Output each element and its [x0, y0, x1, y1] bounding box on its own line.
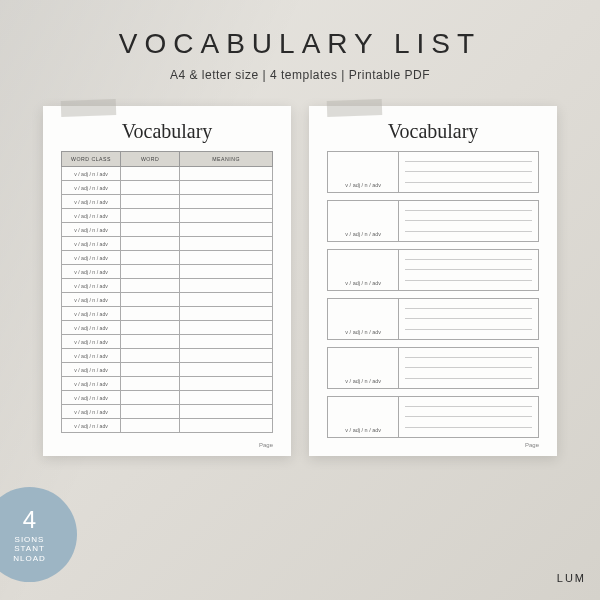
cell-word [121, 349, 180, 363]
cell-meaning [180, 293, 273, 307]
cell-word [121, 307, 180, 321]
cell-word [121, 335, 180, 349]
cell-word-class: v / adj / n / adv [62, 321, 121, 335]
cell-meaning [180, 307, 273, 321]
cell-word [121, 321, 180, 335]
template-page-right: Vocabulary v / adj / n / advv / adj / n … [309, 106, 557, 456]
cell-word [121, 237, 180, 251]
cell-word [121, 209, 180, 223]
cell-meaning [180, 237, 273, 251]
table-row: v / adj / n / adv [62, 363, 273, 377]
header: VOCABULARY LIST A4 & letter size | 4 tem… [0, 0, 600, 96]
card-word-class: v / adj / n / adv [328, 299, 399, 339]
pages-preview: Vocabulary WORD CLASS WORD MEANING v / a… [0, 96, 600, 456]
product-title: VOCABULARY LIST [20, 28, 580, 60]
table-row: v / adj / n / adv [62, 195, 273, 209]
cell-meaning [180, 223, 273, 237]
badge-text: SIONS [15, 535, 45, 545]
cell-meaning [180, 251, 273, 265]
cell-word [121, 195, 180, 209]
card-lines [399, 397, 538, 437]
cell-meaning [180, 265, 273, 279]
page-footer: Page [259, 442, 273, 448]
cell-word-class: v / adj / n / adv [62, 195, 121, 209]
cell-word [121, 419, 180, 433]
cell-word-class: v / adj / n / adv [62, 265, 121, 279]
table-row: v / adj / n / adv [62, 279, 273, 293]
cell-word [121, 167, 180, 181]
vocab-card: v / adj / n / adv [327, 347, 539, 389]
cell-word-class: v / adj / n / adv [62, 405, 121, 419]
tape-decoration [61, 99, 117, 117]
table-row: v / adj / n / adv [62, 223, 273, 237]
vocab-card: v / adj / n / adv [327, 151, 539, 193]
cell-meaning [180, 391, 273, 405]
cell-word [121, 181, 180, 195]
table-row: v / adj / n / adv [62, 405, 273, 419]
cell-word-class: v / adj / n / adv [62, 251, 121, 265]
table-row: v / adj / n / adv [62, 321, 273, 335]
badge-text: STANT [14, 544, 45, 554]
brand-label: LUM [557, 572, 586, 584]
cell-word [121, 279, 180, 293]
cell-meaning [180, 419, 273, 433]
cell-word [121, 391, 180, 405]
cell-word-class: v / adj / n / adv [62, 293, 121, 307]
table-row: v / adj / n / adv [62, 265, 273, 279]
cell-meaning [180, 377, 273, 391]
cell-word-class: v / adj / n / adv [62, 307, 121, 321]
cell-word-class: v / adj / n / adv [62, 391, 121, 405]
vocabulary-cards: v / adj / n / advv / adj / n / advv / ad… [327, 151, 539, 438]
cell-meaning [180, 405, 273, 419]
page-heading: Vocabulary [61, 120, 273, 143]
card-lines [399, 299, 538, 339]
cell-meaning [180, 363, 273, 377]
tape-decoration [327, 99, 383, 117]
cell-word-class: v / adj / n / adv [62, 419, 121, 433]
cell-word-class: v / adj / n / adv [62, 223, 121, 237]
cell-word [121, 405, 180, 419]
cell-word-class: v / adj / n / adv [62, 335, 121, 349]
card-lines [399, 348, 538, 388]
vocab-card: v / adj / n / adv [327, 396, 539, 438]
cell-word [121, 363, 180, 377]
cell-word-class: v / adj / n / adv [62, 363, 121, 377]
cell-word [121, 223, 180, 237]
card-word-class: v / adj / n / adv [328, 397, 399, 437]
table-row: v / adj / n / adv [62, 377, 273, 391]
card-lines [399, 250, 538, 290]
cell-word-class: v / adj / n / adv [62, 349, 121, 363]
versions-badge: 4 SIONS STANT NLOAD [0, 487, 77, 582]
table-row: v / adj / n / adv [62, 391, 273, 405]
cell-meaning [180, 209, 273, 223]
page-footer: Page [525, 442, 539, 448]
vocabulary-table: WORD CLASS WORD MEANING v / adj / n / ad… [61, 151, 273, 433]
cell-word-class: v / adj / n / adv [62, 209, 121, 223]
cell-meaning [180, 279, 273, 293]
cell-meaning [180, 321, 273, 335]
cell-word-class: v / adj / n / adv [62, 167, 121, 181]
table-row: v / adj / n / adv [62, 237, 273, 251]
cell-word [121, 293, 180, 307]
badge-text: NLOAD [13, 554, 46, 564]
table-row: v / adj / n / adv [62, 307, 273, 321]
product-subtitle: A4 & letter size | 4 templates | Printab… [20, 68, 580, 82]
card-lines [399, 152, 538, 192]
cell-meaning [180, 335, 273, 349]
cell-word [121, 377, 180, 391]
table-row: v / adj / n / adv [62, 209, 273, 223]
card-word-class: v / adj / n / adv [328, 250, 399, 290]
cell-word [121, 251, 180, 265]
cell-meaning [180, 349, 273, 363]
vocab-card: v / adj / n / adv [327, 200, 539, 242]
cell-word-class: v / adj / n / adv [62, 237, 121, 251]
vocab-card: v / adj / n / adv [327, 298, 539, 340]
card-lines [399, 201, 538, 241]
cell-word-class: v / adj / n / adv [62, 181, 121, 195]
card-word-class: v / adj / n / adv [328, 348, 399, 388]
table-row: v / adj / n / adv [62, 335, 273, 349]
table-header-row: WORD CLASS WORD MEANING [62, 152, 273, 167]
table-row: v / adj / n / adv [62, 181, 273, 195]
card-word-class: v / adj / n / adv [328, 152, 399, 192]
template-page-left: Vocabulary WORD CLASS WORD MEANING v / a… [43, 106, 291, 456]
